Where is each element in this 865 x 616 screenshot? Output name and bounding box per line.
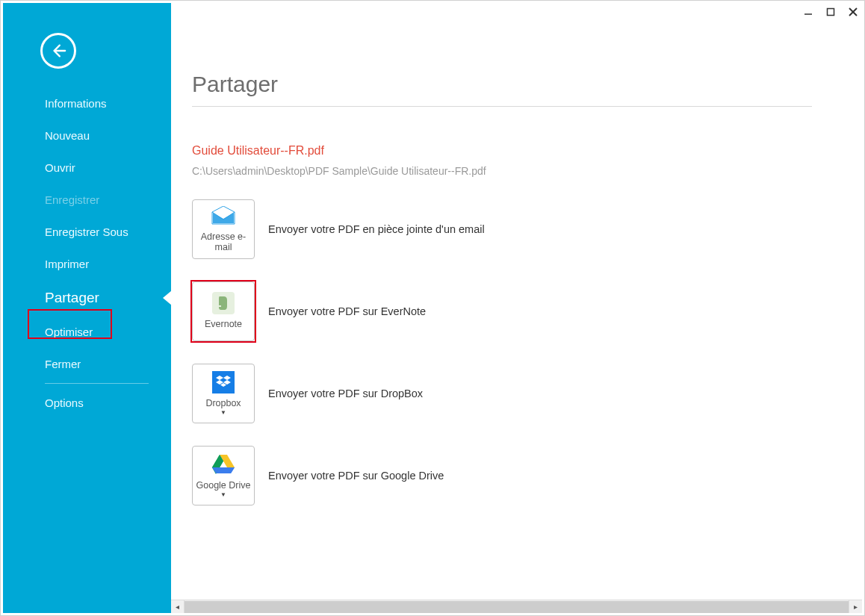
sidebar-item-label: Nouveau: [45, 129, 90, 142]
dropbox-icon: [212, 370, 235, 395]
share-card-label: Evernote: [205, 319, 242, 329]
share-row-dropbox: Dropbox ▼ Envoyer votre PDF sur DropBox: [192, 364, 840, 423]
svg-rect-1: [828, 9, 834, 16]
window-minimize-button[interactable]: [797, 1, 819, 22]
sidebar-item-optimiser[interactable]: Optimiser: [3, 316, 171, 348]
evernote-icon: [212, 290, 235, 316]
sidebar-item-label: Ouvrir: [45, 161, 75, 174]
scrollbar-track[interactable]: [185, 601, 849, 613]
share-card-label: Dropbox: [205, 398, 241, 408]
share-card-dropbox[interactable]: Dropbox ▼: [192, 364, 255, 423]
share-desc-evernote: Envoyer votre PDF sur EverNote: [268, 305, 426, 317]
share-card-evernote[interactable]: Evernote: [192, 281, 255, 341]
sidebar-item-label: Options: [45, 396, 84, 409]
content-area: Partager Guide Utilisateur--FR.pdf C:\Us…: [171, 3, 862, 600]
sidebar-item-partager[interactable]: Partager: [3, 280, 171, 316]
sidebar: Informations Nouveau Ouvrir Enregistrer …: [3, 3, 171, 613]
sidebar-item-informations[interactable]: Informations: [3, 87, 171, 119]
horizontal-scrollbar[interactable]: ◂ ▸: [171, 600, 862, 613]
scroll-right-button[interactable]: ▸: [849, 600, 862, 613]
back-button[interactable]: [40, 33, 76, 69]
page-title: Partager: [192, 72, 840, 97]
sidebar-item-enregistrer-sous[interactable]: Enregistrer Sous: [3, 216, 171, 248]
svg-marker-6: [216, 376, 223, 380]
sidebar-item-label: Optimiser: [45, 326, 93, 338]
sidebar-item-label: Imprimer: [45, 258, 89, 270]
share-card-label: Adresse e-mail: [193, 231, 254, 252]
share-card-gdrive[interactable]: Google Drive ▼: [192, 446, 255, 505]
share-row-email: Adresse e-mail Envoyer votre PDF en pièc…: [192, 199, 840, 259]
title-divider: [192, 106, 812, 107]
chevron-down-icon: ▼: [220, 494, 226, 497]
sidebar-item-imprimer[interactable]: Imprimer: [3, 248, 171, 280]
file-name: Guide Utilisateur--FR.pdf: [192, 144, 840, 158]
svg-marker-10: [220, 383, 226, 387]
sidebar-divider: [45, 383, 149, 384]
chevron-down-icon: ▼: [220, 411, 226, 414]
sidebar-item-label: Informations: [45, 97, 107, 110]
share-desc-email: Envoyer votre PDF en pièce jointe d'un e…: [268, 223, 485, 235]
sidebar-item-label: Enregistrer: [45, 193, 99, 206]
scroll-left-button[interactable]: ◂: [171, 600, 185, 613]
sidebar-item-fermer[interactable]: Fermer: [3, 348, 171, 380]
svg-marker-7: [223, 376, 231, 380]
sidebar-item-options[interactable]: Options: [3, 387, 171, 419]
sidebar-item-enregistrer: Enregistrer: [3, 184, 171, 216]
window-maximize-button[interactable]: [819, 1, 842, 22]
sidebar-item-label: Fermer: [45, 358, 81, 370]
titlebar: [1, 1, 864, 23]
email-icon: [211, 203, 236, 228]
sidebar-item-label: Partager: [45, 290, 99, 305]
file-path: C:\Users\admin\Desktop\PDF Sample\Guide …: [192, 165, 840, 177]
share-card-label: Google Drive: [196, 480, 251, 491]
google-drive-icon: [212, 452, 235, 477]
share-row-evernote: Evernote Envoyer votre PDF sur EverNote: [192, 281, 840, 341]
window-close-button[interactable]: [842, 1, 864, 22]
scrollbar-thumb[interactable]: [185, 601, 849, 613]
arrow-left-icon: [50, 43, 66, 59]
sidebar-item-nouveau[interactable]: Nouveau: [3, 119, 171, 152]
sidebar-item-label: Enregistrer Sous: [45, 225, 128, 238]
share-row-gdrive: Google Drive ▼ Envoyer votre PDF sur Goo…: [192, 446, 840, 505]
share-desc-gdrive: Envoyer votre PDF sur Google Drive: [268, 470, 444, 482]
share-desc-dropbox: Envoyer votre PDF sur DropBox: [268, 388, 423, 399]
share-card-email[interactable]: Adresse e-mail: [192, 199, 255, 259]
sidebar-item-ouvrir[interactable]: Ouvrir: [3, 152, 171, 184]
